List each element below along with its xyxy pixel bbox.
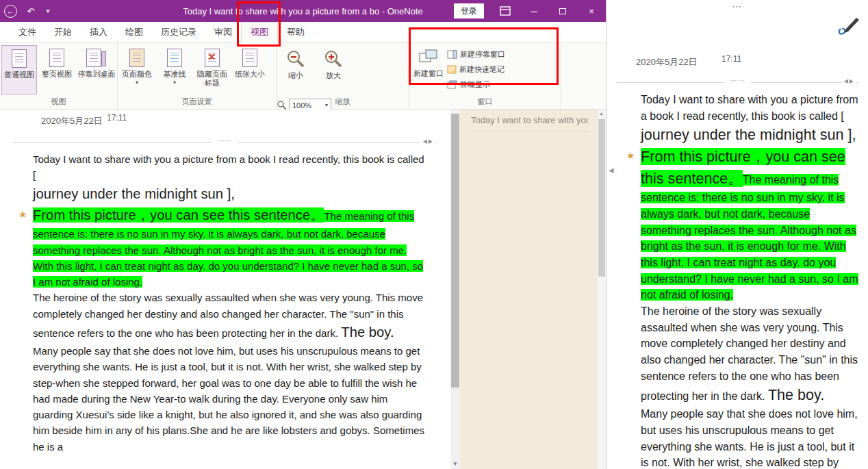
tab-draw[interactable]: 绘图 xyxy=(116,22,152,42)
pen-ink-icon xyxy=(837,15,861,37)
vertical-scrollbar[interactable]: ▼ xyxy=(450,110,460,469)
tab-home[interactable]: 开始 xyxy=(45,22,81,42)
new-window-icon xyxy=(418,49,439,66)
new-docked-window-button[interactable]: 新建停靠窗口 xyxy=(447,47,522,61)
button-label: 纸张大小 xyxy=(235,70,265,79)
paragraph-collapse-icon[interactable]: ◀ xyxy=(609,166,614,174)
note-container[interactable]: ⋯⋯ ◀▶ Today I want to share with you a p… xyxy=(12,142,438,469)
dock-to-desktop-button[interactable]: 停靠到桌面 xyxy=(77,45,116,94)
note-body: Today I want to share with you a picture… xyxy=(641,92,858,469)
note-drag-handle[interactable]: ⋯⋯ xyxy=(725,77,751,84)
desktop: ← ↶ ▾ Today I want to share with you a p… xyxy=(0,0,868,469)
scroll-up-arrow-icon[interactable]: ▲ xyxy=(597,111,606,116)
scrollbar-thumb[interactable] xyxy=(451,114,459,388)
quick-access-dropdown[interactable]: ▾ xyxy=(41,0,55,22)
important-tag-star-icon[interactable]: ★ xyxy=(18,207,27,223)
hide-page-title-button[interactable]: 隐藏页面标题 xyxy=(194,45,230,94)
paper-size-button[interactable]: 纸张大小 xyxy=(232,45,268,94)
group-label-view: 视图 xyxy=(0,97,117,107)
minimize-icon: ─ xyxy=(531,6,537,16)
rule-lines-icon xyxy=(167,49,182,67)
chevron-down-icon: ▾ xyxy=(136,79,138,86)
scrollbar-thumb[interactable] xyxy=(598,119,605,277)
normal-view-icon xyxy=(12,49,27,68)
note-resize-arrows[interactable]: ◀▶ xyxy=(841,78,856,84)
text-run: journey under the midnight sun ], xyxy=(33,186,235,201)
group-label-zoom: 缩放 xyxy=(277,97,409,107)
page-time: 17:11 xyxy=(107,113,127,123)
text-run: Today I want to share with you a picture… xyxy=(641,94,858,122)
docked-window-title: Today I want to share with you a xyxy=(471,115,588,131)
button-label: 停靠到桌面 xyxy=(78,70,116,79)
button-label: 整页视图 xyxy=(42,70,72,79)
note-paragraph-quote[interactable]: ★From this picture，you can see this sent… xyxy=(33,205,428,290)
scroll-down-arrow-icon[interactable]: ▼ xyxy=(450,461,460,467)
keep-on-top-button[interactable]: 前端显示 xyxy=(447,77,522,91)
ribbon-display-options-button[interactable] xyxy=(491,0,520,22)
note-paragraph-many-people[interactable]: Many people say that she does not love h… xyxy=(641,406,858,469)
note-drag-handle[interactable]: ⋯⋯ xyxy=(212,137,238,144)
maximize-icon xyxy=(559,8,566,14)
zoom-out-button[interactable]: 缩小 xyxy=(278,45,314,94)
window-menu-dots-icon[interactable]: ⋯ xyxy=(732,1,743,12)
docked-window-panel[interactable]: Today I want to share with you a ▲ xyxy=(460,110,606,469)
back-button[interactable]: ← xyxy=(0,0,21,22)
note-paragraph-heroine[interactable]: The heroine of the story was sexually as… xyxy=(33,290,428,343)
page-color-icon xyxy=(129,49,144,67)
back-arrow-icon: ← xyxy=(4,5,17,18)
important-tag-star-icon[interactable]: ★ xyxy=(626,149,635,163)
note-paragraph-intro[interactable]: Today I want to share with you a picture… xyxy=(33,151,428,183)
window-title: Today I want to share with you a picture… xyxy=(183,6,422,16)
note-body: Today I want to share with you a picture… xyxy=(33,151,428,455)
note-paragraph-heroine[interactable]: The heroine of the story was sexually as… xyxy=(641,303,858,406)
tab-view[interactable]: 视图 xyxy=(241,22,278,43)
close-button[interactable]: × xyxy=(577,0,606,22)
button-label: 前端显示 xyxy=(460,79,490,90)
note-paragraph-book-title[interactable]: journey under the midnight sun ], xyxy=(33,183,428,205)
rule-lines-button[interactable]: 基准线 ▾ xyxy=(157,45,192,94)
button-label: 新建停靠窗口 xyxy=(460,49,505,60)
page-date: 2020年5月22日 xyxy=(636,56,698,68)
zoom-in-button[interactable]: 放大 xyxy=(316,45,351,94)
pen-icon[interactable] xyxy=(837,15,861,40)
group-label-window: 窗口 xyxy=(409,97,561,107)
new-quick-note-button[interactable]: 新建快速笔记 xyxy=(447,62,522,76)
signin-button[interactable]: 登录 xyxy=(454,3,484,18)
undo-button[interactable]: ↶ xyxy=(21,0,41,22)
tab-history[interactable]: 历史记录 xyxy=(152,22,205,42)
note-paragraph-quote[interactable]: ★From this picture，you can see this sent… xyxy=(641,146,858,303)
note-paragraph-many-people[interactable]: Many people say that she does not love h… xyxy=(33,343,428,455)
zoom-in-icon xyxy=(323,49,344,68)
arrow-left-icon: ◀ xyxy=(844,78,848,84)
maximize-button[interactable] xyxy=(548,0,577,22)
text-run: From this picture，you can see this sente… xyxy=(33,207,324,223)
ribbon-group-view: 普通视图 整页视图 停靠到桌面 视图 xyxy=(0,43,118,109)
page-date: 2020年5月22日 xyxy=(41,115,103,127)
tab-review[interactable]: 审阅 xyxy=(205,22,241,42)
tab-insert[interactable]: 插入 xyxy=(81,22,116,42)
page-canvas[interactable]: 2020年5月22日 17:11 ⋯⋯ ◀▶ Today I want to s… xyxy=(0,110,450,469)
onenote-secondary-window: ⋯ 2020年5月22日 17:11 ◀ ⋯⋯ ◀▶ Today I want … xyxy=(606,0,868,469)
minimize-button[interactable]: ─ xyxy=(520,0,548,22)
group-label-page-setup: 页面设置 xyxy=(118,97,276,107)
button-label: 隐藏页面标题 xyxy=(196,70,229,88)
full-page-view-button[interactable]: 整页视图 xyxy=(39,45,75,94)
onenote-main-window: ← ↶ ▾ Today I want to share with you a p… xyxy=(0,0,606,469)
tab-help[interactable]: 帮助 xyxy=(278,22,314,42)
chevron-down-icon: ▾ xyxy=(173,79,176,86)
normal-view-button[interactable]: 普通视图 xyxy=(1,45,37,94)
docked-scrollbar[interactable]: ▲ xyxy=(596,110,606,469)
page-color-button[interactable]: 页面颜色 ▾ xyxy=(119,45,155,94)
new-window-button[interactable]: 新建窗口 xyxy=(411,45,446,94)
note-resize-arrows[interactable]: ◀▶ xyxy=(420,138,435,144)
text-run: Many people say that she does not love h… xyxy=(641,408,858,469)
ribbon-tab-bar: 文件 开始 插入 绘图 历史记录 审阅 视图 帮助 xyxy=(0,22,606,43)
ribbon-display-icon xyxy=(500,6,511,16)
note-paragraph-book-title[interactable]: journey under the midnight sun ], xyxy=(641,124,858,146)
ribbon-group-page-setup: 页面颜色 ▾ 基准线 ▾ 隐藏页面标题 纸张大小 页面设置 xyxy=(118,43,277,109)
note-container[interactable]: ⋯⋯ ◀▶ Today I want to share with you a p… xyxy=(617,82,859,469)
note-paragraph-intro[interactable]: Today I want to share with you a picture… xyxy=(641,92,858,124)
arrow-right-icon: ▶ xyxy=(429,138,433,144)
tab-file[interactable]: 文件 xyxy=(10,22,45,42)
zoom-out-icon xyxy=(285,49,306,68)
